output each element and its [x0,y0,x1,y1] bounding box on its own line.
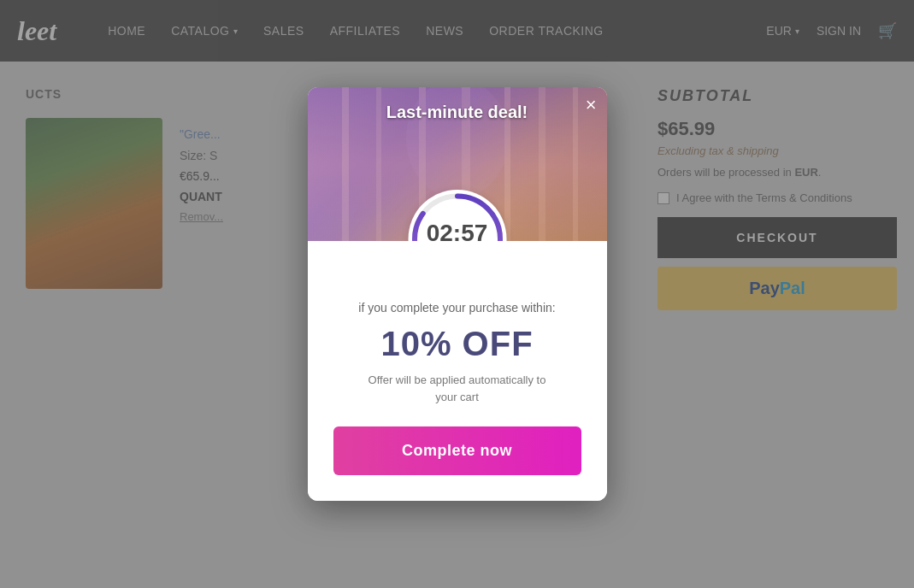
timer-circle: 02:57 MINS [408,190,506,241]
svg-rect-1 [376,87,381,241]
modal-body: if you complete your purchase within: 10… [308,241,607,501]
timer-time: 02:57 [427,221,488,242]
deal-auto-note: Offer will be applied automatically to y… [333,372,581,405]
deal-subtitle: if you complete your purchase within: [333,301,581,315]
svg-rect-0 [342,87,349,241]
modal: Last-minute deal! × [308,87,607,501]
modal-overlay: Last-minute deal! × [0,0,914,588]
svg-rect-6 [573,87,578,241]
modal-close-button[interactable]: × [586,96,597,115]
modal-title: Last-minute deal! [386,87,528,122]
modal-header: Last-minute deal! × [308,87,607,241]
complete-now-button[interactable]: Complete now [333,426,581,475]
svg-rect-5 [539,87,545,241]
deal-discount: 10% OFF [333,325,581,363]
timer-container: 02:57 MINS [408,190,506,241]
